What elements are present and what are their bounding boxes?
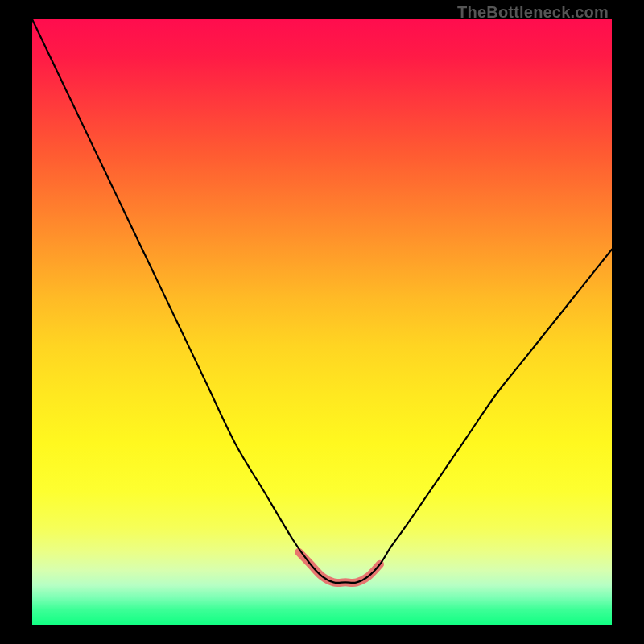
bottleneck-curve: [32, 19, 612, 583]
curve-overlay: [32, 19, 612, 625]
chart-frame: TheBottleneck.com: [0, 0, 644, 644]
gradient-plot-area: [32, 19, 612, 625]
valley-highlight: [299, 552, 380, 583]
